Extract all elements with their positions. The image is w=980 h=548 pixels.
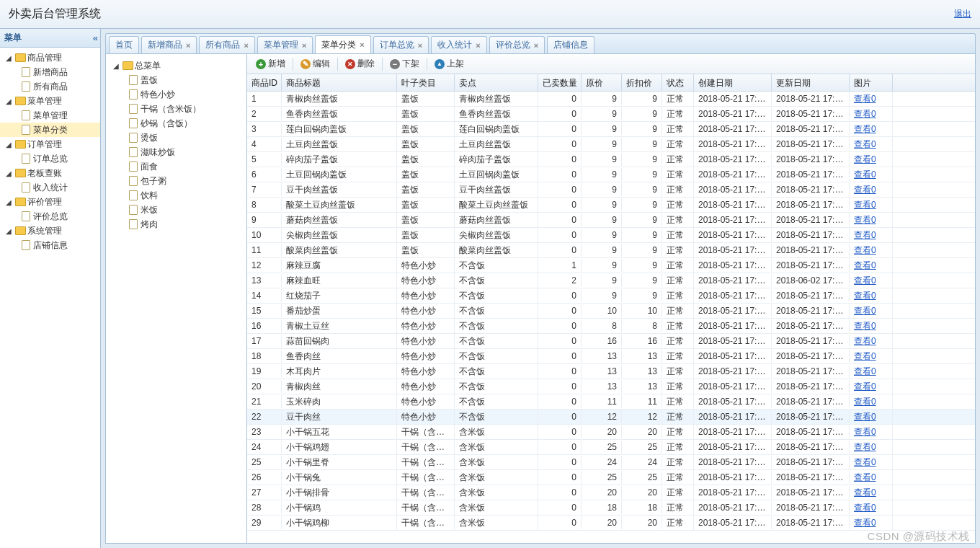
nav-group[interactable]: ◢订单管理 bbox=[0, 137, 100, 151]
collapse-icon[interactable]: « bbox=[93, 32, 96, 43]
table-row[interactable]: 2鱼香肉丝盖饭盖饭鱼香肉丝盖饭099正常2018-05-21 17:29:562… bbox=[247, 107, 975, 122]
column-header[interactable]: 折扣价 bbox=[622, 74, 662, 91]
view-link[interactable]: 查看0 bbox=[854, 109, 876, 119]
table-row[interactable]: 25小干锅里脊干锅（含米饭）含米饭02424正常2018-05-21 17:29… bbox=[247, 455, 975, 470]
table-row[interactable]: 6土豆回锅肉盖饭盖饭土豆回锅肉盖饭099正常2018-05-21 17:29:5… bbox=[247, 167, 975, 182]
view-link[interactable]: 查看0 bbox=[854, 306, 876, 316]
category-root[interactable]: ◢总菜单 bbox=[106, 58, 246, 73]
table-row[interactable]: 21玉米碎肉特色小炒不含饭01111正常2018-05-21 17:29:562… bbox=[247, 394, 975, 410]
enable-button[interactable]: 上架 bbox=[430, 56, 468, 71]
column-header[interactable]: 商品标题 bbox=[282, 74, 397, 91]
nav-group[interactable]: ◢菜单管理 bbox=[0, 94, 100, 108]
table-row[interactable]: 7豆干肉丝盖饭盖饭豆干肉丝盖饭099正常2018-05-21 17:29:562… bbox=[247, 182, 975, 198]
category-item[interactable]: 烫饭 bbox=[106, 131, 246, 145]
view-link[interactable]: 查看0 bbox=[854, 275, 876, 286]
column-header[interactable]: 图片 bbox=[850, 74, 893, 91]
view-link[interactable]: 查看0 bbox=[854, 215, 876, 225]
view-link[interactable]: 查看0 bbox=[854, 397, 876, 407]
view-link[interactable]: 查看0 bbox=[854, 472, 876, 482]
column-header[interactable]: 已卖数量 bbox=[538, 74, 582, 91]
delete-button[interactable]: 删除 bbox=[341, 56, 379, 71]
view-link[interactable]: 查看0 bbox=[854, 503, 876, 513]
disable-button[interactable]: 下架 bbox=[386, 56, 424, 71]
table-row[interactable]: 19木耳肉片特色小炒不含饭01313正常2018-05-21 17:29:562… bbox=[247, 364, 975, 379]
view-link[interactable]: 查看0 bbox=[854, 154, 876, 164]
view-link[interactable]: 查看0 bbox=[854, 487, 876, 498]
category-item[interactable]: 包子粥 bbox=[106, 174, 246, 188]
view-link[interactable]: 查看0 bbox=[854, 291, 876, 301]
nav-item[interactable]: 菜单管理 bbox=[0, 108, 100, 123]
nav-item[interactable]: 店铺信息 bbox=[0, 238, 100, 252]
tab[interactable]: 新增商品× bbox=[141, 36, 197, 53]
tab[interactable]: 收入统计× bbox=[431, 36, 486, 53]
tab[interactable]: 店铺信息 bbox=[547, 36, 594, 53]
view-link[interactable]: 查看0 bbox=[854, 321, 876, 331]
view-link[interactable]: 查看0 bbox=[854, 200, 876, 210]
table-row[interactable]: 23小干锅五花干锅（含米饭）含米饭02020正常2018-05-21 17:29… bbox=[247, 425, 975, 440]
table-row[interactable]: 17蒜苗回锅肉特色小炒不含饭01616正常2018-05-21 17:29:56… bbox=[247, 334, 975, 349]
table-row[interactable]: 15番茄炒蛋特色小炒不含饭01010正常2018-05-21 17:29:562… bbox=[247, 304, 975, 319]
table-row[interactable]: 24小干锅鸡翅干锅（含米饭）含米饭02525正常2018-05-21 17:29… bbox=[247, 440, 975, 455]
table-row[interactable]: 22豆干肉丝特色小炒不含饭01212正常2018-05-21 17:29:562… bbox=[247, 410, 975, 425]
table-row[interactable]: 18鱼香肉丝特色小炒不含饭01313正常2018-05-21 17:29:562… bbox=[247, 349, 975, 364]
table-row[interactable]: 26小干锅兔干锅（含米饭）含米饭02525正常2018-05-21 17:29:… bbox=[247, 470, 975, 485]
view-link[interactable]: 查看0 bbox=[854, 94, 876, 104]
column-header[interactable]: 创建日期 bbox=[694, 74, 772, 91]
category-item[interactable]: 饮料 bbox=[106, 188, 246, 203]
tab[interactable]: 订单总览× bbox=[373, 36, 429, 53]
category-item[interactable]: 特色小炒 bbox=[106, 87, 246, 102]
table-row[interactable]: 28小干锅鸡干锅（含米饭）含米饭01818正常2018-05-21 17:29:… bbox=[247, 500, 975, 516]
table-row[interactable]: 10尖椒肉丝盖饭盖饭尖椒肉丝盖饭099正常2018-05-21 17:29:56… bbox=[247, 228, 975, 243]
close-icon[interactable]: × bbox=[476, 41, 480, 50]
nav-item[interactable]: 菜单分类 bbox=[0, 123, 100, 137]
column-header[interactable]: 原价 bbox=[582, 74, 622, 91]
category-item[interactable]: 砂锅（含饭） bbox=[106, 116, 246, 131]
nav-item[interactable]: 新增商品 bbox=[0, 65, 100, 79]
tab[interactable]: 菜单分类× bbox=[315, 35, 370, 53]
add-button[interactable]: +新增 bbox=[251, 56, 290, 71]
table-row[interactable]: 27小干锅排骨干锅（含米饭）含米饭02020正常2018-05-21 17:29… bbox=[247, 485, 975, 500]
column-header[interactable]: 叶子类目 bbox=[397, 74, 455, 91]
table-row[interactable]: 1青椒肉丝盖饭盖饭青椒肉丝盖饭099正常2018-05-21 17:29:562… bbox=[247, 92, 975, 107]
view-link[interactable]: 查看0 bbox=[854, 230, 876, 240]
column-header[interactable]: 商品ID bbox=[247, 74, 282, 91]
category-item[interactable]: 干锅（含米饭） bbox=[106, 102, 246, 116]
edit-button[interactable]: 编辑 bbox=[296, 56, 334, 71]
column-header[interactable]: 更新日期 bbox=[772, 74, 850, 91]
nav-group[interactable]: ◢评价管理 bbox=[0, 195, 100, 209]
column-header[interactable]: 卖点 bbox=[455, 74, 538, 91]
view-link[interactable]: 查看0 bbox=[854, 245, 876, 255]
tab[interactable]: 首页 bbox=[109, 36, 139, 53]
view-link[interactable]: 查看0 bbox=[854, 124, 876, 134]
table-row[interactable]: 8酸菜土豆肉丝盖饭盖饭酸菜土豆肉丝盖饭099正常2018-05-21 17:29… bbox=[247, 198, 975, 213]
nav-item[interactable]: 收入统计 bbox=[0, 180, 100, 195]
nav-group[interactable]: ◢系统管理 bbox=[0, 224, 100, 238]
table-row[interactable]: 12麻辣豆腐特色小炒不含饭199正常2018-05-21 17:29:56201… bbox=[247, 258, 975, 273]
view-link[interactable]: 查看0 bbox=[854, 169, 876, 180]
nav-item[interactable]: 评价总览 bbox=[0, 209, 100, 224]
nav-item[interactable]: 所有商品 bbox=[0, 79, 100, 94]
table-row[interactable]: 29小干锅鸡柳干锅（含米饭）含米饭02020正常2018-05-21 17:29… bbox=[247, 516, 975, 531]
close-icon[interactable]: × bbox=[360, 40, 364, 49]
close-icon[interactable]: × bbox=[186, 41, 190, 50]
view-link[interactable]: 查看0 bbox=[854, 260, 876, 270]
close-icon[interactable]: × bbox=[244, 41, 248, 50]
view-link[interactable]: 查看0 bbox=[854, 366, 876, 376]
table-row[interactable]: 4土豆肉丝盖饭盖饭土豆肉丝盖饭099正常2018-05-21 17:29:562… bbox=[247, 137, 975, 152]
view-link[interactable]: 查看0 bbox=[854, 336, 876, 346]
table-row[interactable]: 14红烧茄子特色小炒不含饭099正常2018-05-21 17:29:56201… bbox=[247, 288, 975, 304]
table-row[interactable]: 20青椒肉丝特色小炒不含饭01313正常2018-05-21 17:29:562… bbox=[247, 379, 975, 394]
tab[interactable]: 评价总览× bbox=[489, 36, 545, 53]
tab[interactable]: 所有商品× bbox=[199, 36, 254, 53]
category-item[interactable]: 盖饭 bbox=[106, 73, 246, 87]
category-item[interactable]: 烤肉 bbox=[106, 217, 246, 231]
table-row[interactable]: 11酸菜肉丝盖饭盖饭酸菜肉丝盖饭099正常2018-05-21 17:29:56… bbox=[247, 243, 975, 258]
table-row[interactable]: 5碎肉茄子盖饭盖饭碎肉茄子盖饭099正常2018-05-21 17:29:562… bbox=[247, 152, 975, 167]
close-icon[interactable]: × bbox=[534, 41, 538, 50]
view-link[interactable]: 查看0 bbox=[854, 518, 876, 528]
table-row[interactable]: 16青椒土豆丝特色小炒不含饭088正常2018-05-21 17:29:5620… bbox=[247, 319, 975, 334]
table-row[interactable]: 3莲白回锅肉盖饭盖饭莲白回锅肉盖饭099正常2018-05-21 17:29:5… bbox=[247, 122, 975, 137]
tab[interactable]: 菜单管理× bbox=[257, 36, 313, 53]
nav-group[interactable]: ◢商品管理 bbox=[0, 50, 100, 65]
close-icon[interactable]: × bbox=[418, 41, 422, 50]
